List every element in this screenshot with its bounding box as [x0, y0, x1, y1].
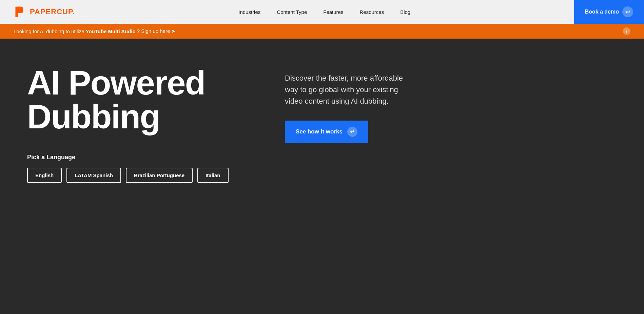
hero-description: Discover the faster, more affordable way…: [285, 72, 407, 107]
see-how-it-works-button[interactable]: See how it works ↩: [285, 121, 368, 143]
nav-resources[interactable]: Resources: [351, 0, 392, 24]
language-italian[interactable]: Italian: [197, 168, 228, 183]
language-latam-spanish[interactable]: LATAM Spanish: [66, 168, 121, 183]
book-demo-button[interactable]: Book a demo ↩: [574, 0, 644, 24]
announcement-bar[interactable]: Looking for AI dubbing to utilize YouTub…: [0, 24, 644, 39]
see-how-arrow-icon: ↩: [347, 127, 357, 137]
language-english[interactable]: English: [27, 168, 62, 183]
announcement-info-icon[interactable]: i: [623, 27, 630, 35]
main-nav: Industries Content Type Features Resourc…: [230, 0, 418, 24]
hero-title: AI Powered Dubbing: [27, 66, 265, 133]
hero-section: AI Powered Dubbing Pick a Language Engli…: [0, 39, 644, 314]
nav-features[interactable]: Features: [315, 0, 351, 24]
logo[interactable]: PAPERCUP.: [14, 5, 75, 18]
pick-language-label: Pick a Language: [27, 154, 265, 161]
book-demo-arrow-icon: ↩: [622, 6, 633, 17]
nav-blog[interactable]: Blog: [392, 0, 418, 24]
hero-left-content: AI Powered Dubbing Pick a Language Engli…: [27, 66, 265, 183]
nav-content-type[interactable]: Content Type: [269, 0, 315, 24]
language-buttons: English LATAM Spanish Brazilian Portugue…: [27, 168, 265, 183]
logo-text: PAPERCUP.: [30, 7, 75, 16]
hero-right-content: Discover the faster, more affordable way…: [265, 66, 407, 143]
svg-rect-2: [16, 7, 18, 17]
nav-industries[interactable]: Industries: [230, 0, 269, 24]
announcement-text: Looking for AI dubbing to utilize YouTub…: [14, 28, 176, 34]
papercup-logo-icon: [14, 5, 26, 18]
language-brazilian-portuguese[interactable]: Brazilian Portuguese: [126, 168, 193, 183]
header: PAPERCUP. Industries Content Type Featur…: [0, 0, 644, 24]
